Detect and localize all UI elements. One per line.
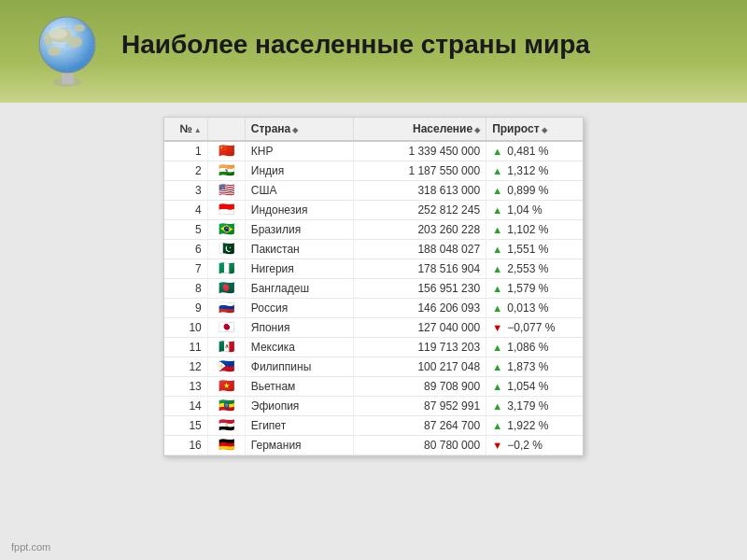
sort-icon-country: ◆ [292, 126, 298, 134]
cell-flag: 🇩🇪 [207, 436, 245, 455]
cell-growth: ▲ 1,102 % [486, 220, 583, 240]
growth-up-icon: ▲ [492, 263, 502, 274]
growth-up-icon: ▲ [492, 342, 502, 353]
cell-num: 13 [164, 377, 207, 397]
cell-growth: ▲ 1,054 % [486, 377, 583, 397]
col-header-num: №▲ [164, 118, 207, 141]
flag-icon: 🇯🇵 [218, 321, 234, 332]
cell-country: Египет [245, 416, 353, 436]
cell-num: 9 [164, 299, 207, 318]
table-row: 14 🇪🇹 Эфиопия 87 952 991 ▲ 3,179 % [164, 397, 583, 416]
cell-growth: ▲ 1,922 % [486, 416, 583, 436]
cell-population: 156 951 230 [354, 279, 486, 299]
flag-icon: 🇳🇬 [218, 262, 234, 273]
growth-up-icon: ▲ [492, 400, 502, 412]
table-row: 11 🇲🇽 Мексика 119 713 203 ▲ 1,086 % [164, 338, 583, 357]
flag-icon: 🇧🇩 [218, 282, 234, 293]
cell-flag: 🇧🇩 [207, 279, 245, 299]
table-row: 15 🇪🇬 Египет 87 264 700 ▲ 1,922 % [164, 416, 583, 436]
flag-icon: 🇮🇩 [218, 203, 234, 215]
cell-country: Мексика [245, 338, 353, 357]
cell-country: Бразилия [245, 220, 353, 240]
cell-num: 16 [164, 436, 207, 455]
flag-icon: 🇵🇭 [218, 360, 234, 371]
table-row: 3 🇺🇸 США 318 613 000 ▲ 0,899 % [164, 181, 583, 201]
cell-population: 1 339 450 000 [354, 141, 486, 161]
cell-growth: ▼ −0,2 % [486, 436, 583, 455]
cell-flag: 🇵🇰 [207, 240, 245, 259]
flag-icon: 🇷🇺 [218, 301, 234, 313]
growth-up-icon: ▲ [492, 146, 502, 157]
growth-up-icon: ▲ [492, 204, 502, 216]
cell-num: 3 [164, 181, 207, 201]
cell-flag: 🇪🇬 [207, 416, 245, 436]
cell-country: Эфиопия [245, 397, 353, 416]
cell-flag: 🇺🇸 [207, 181, 245, 201]
cell-country: Пакистан [245, 240, 353, 259]
growth-up-icon: ▲ [492, 224, 502, 235]
cell-flag: 🇵🇭 [207, 357, 245, 377]
sort-icon-num: ▲ [194, 126, 202, 134]
table-row: 6 🇵🇰 Пакистан 188 048 027 ▲ 1,551 % [164, 240, 583, 259]
cell-country: Германия [245, 436, 353, 455]
population-table: №▲ Страна◆ Население◆ Прирост◆ 1 🇨🇳 КНР … [164, 118, 583, 455]
flag-icon: 🇵🇰 [218, 243, 234, 254]
cell-num: 1 [164, 141, 207, 161]
growth-up-icon: ▲ [492, 283, 502, 294]
svg-point-12 [48, 47, 61, 56]
svg-rect-1 [62, 73, 74, 84]
table-row: 8 🇧🇩 Бангладеш 156 951 230 ▲ 1,579 % [164, 279, 583, 299]
cell-growth: ▲ 1,873 % [486, 357, 583, 377]
cell-population: 188 048 027 [354, 240, 486, 259]
cell-population: 203 260 228 [354, 220, 486, 240]
cell-country: КНР [245, 141, 353, 161]
cell-flag: 🇲🇽 [207, 338, 245, 357]
cell-growth: ▲ 1,086 % [486, 338, 583, 357]
cell-country: Индия [245, 161, 353, 181]
growth-up-icon: ▲ [492, 420, 502, 431]
cell-growth: ▲ 3,179 % [486, 397, 583, 416]
growth-down-icon: ▼ [492, 440, 502, 451]
watermark: fppt.com [11, 541, 50, 553]
cell-country: Япония [245, 318, 353, 338]
svg-point-15 [49, 28, 67, 39]
sort-icon-growth: ◆ [542, 126, 547, 134]
flag-icon: 🇺🇸 [218, 184, 234, 195]
cell-population: 119 713 203 [354, 338, 486, 357]
globe-icon [28, 9, 107, 89]
cell-num: 14 [164, 397, 207, 416]
cell-flag: 🇮🇩 [207, 201, 245, 220]
col-header-population: Население◆ [354, 118, 486, 141]
col-header-country: Страна◆ [245, 118, 353, 141]
page-title: Наиболее населенные страны мира [121, 30, 590, 60]
cell-population: 252 812 245 [354, 201, 486, 220]
cell-population: 1 187 550 000 [354, 161, 486, 181]
cell-growth: ▼ −0,077 % [486, 318, 583, 338]
flag-icon: 🇲🇽 [218, 341, 234, 352]
table-row: 10 🇯🇵 Япония 127 040 000 ▼ −0,077 % [164, 318, 583, 338]
flag-icon: 🇮🇳 [218, 164, 234, 175]
cell-num: 7 [164, 259, 207, 279]
cell-flag: 🇪🇹 [207, 397, 245, 416]
flag-icon: 🇻🇳 [218, 380, 234, 391]
cell-population: 80 780 000 [354, 436, 486, 455]
table-row: 12 🇵🇭 Филиппины 100 217 048 ▲ 1,873 % [164, 357, 583, 377]
cell-country: Филиппины [245, 357, 353, 377]
cell-country: Бангладеш [245, 279, 353, 299]
growth-up-icon: ▲ [492, 185, 502, 196]
cell-growth: ▲ 1,04 % [486, 201, 583, 220]
cell-growth: ▲ 1,551 % [486, 240, 583, 259]
flag-icon: 🇪🇹 [218, 399, 234, 411]
col-header-flag [207, 118, 245, 141]
growth-up-icon: ▲ [492, 244, 502, 255]
cell-growth: ▲ 1,579 % [486, 279, 583, 299]
cell-growth: ▲ 2,553 % [486, 259, 583, 279]
cell-flag: 🇧🇷 [207, 220, 245, 240]
growth-down-icon: ▼ [492, 322, 502, 333]
cell-country: США [245, 181, 353, 201]
table-row: 13 🇻🇳 Вьетнам 89 708 900 ▲ 1,054 % [164, 377, 583, 397]
table-row: 7 🇳🇬 Нигерия 178 516 904 ▲ 2,553 % [164, 259, 583, 279]
flag-icon: 🇩🇪 [218, 439, 234, 450]
cell-growth: ▲ 0,481 % [486, 141, 583, 161]
cell-flag: 🇮🇳 [207, 161, 245, 181]
